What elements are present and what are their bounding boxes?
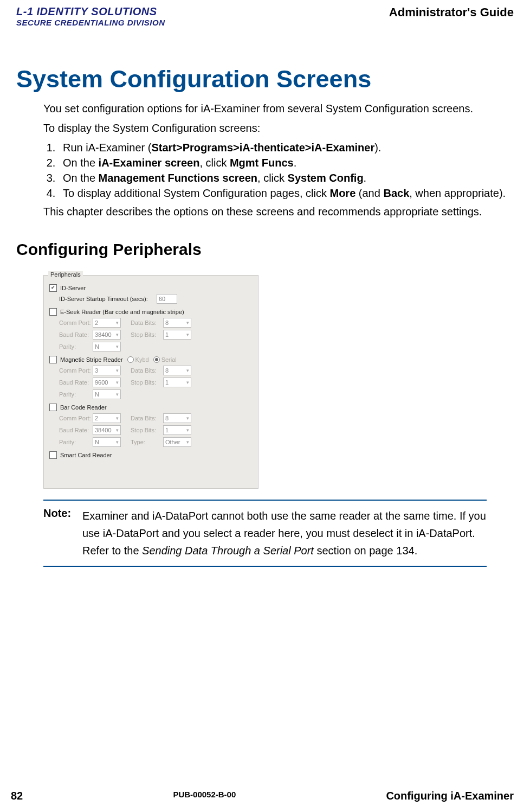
step-4: To display additional System Configurati… xyxy=(59,186,508,200)
chapter-title: System Configuration Screens xyxy=(16,65,514,93)
bc-stopbits-label: Stop Bits: xyxy=(131,427,163,433)
smartcard-label: Smart Card Reader xyxy=(60,452,112,458)
eseek-label: E-Seek Reader (Bar code and magnetic str… xyxy=(60,309,184,315)
kybd-radio[interactable] xyxy=(127,356,134,363)
mag-commport-select[interactable]: 3 xyxy=(93,366,121,375)
bc-parity-select[interactable]: N xyxy=(93,437,121,447)
mag-databits-label: Data Bits: xyxy=(131,367,163,374)
intro-paragraph-2: To display the System Configuration scre… xyxy=(43,121,508,135)
bc-parity-label: Parity: xyxy=(59,439,93,445)
step-3: On the Management Functions screen, clic… xyxy=(59,171,508,185)
note-block: Note: Examiner and iA-DataPort cannot bo… xyxy=(43,500,487,567)
mag-baud-label: Baud Rate: xyxy=(59,379,93,386)
eseek-parity-label: Parity: xyxy=(59,343,93,350)
peripherals-frame-label: Peripherals xyxy=(48,271,83,278)
bc-databits-select[interactable]: 8 xyxy=(163,413,191,423)
eseek-baud-select[interactable]: 38400 xyxy=(93,330,121,340)
eseek-checkbox[interactable] xyxy=(49,308,57,316)
timeout-label: ID-Server Startup Timeout (secs): xyxy=(59,296,157,302)
footer-section: Configuring iA-Examiner xyxy=(386,790,514,802)
logo-block: L-1 IDENTITY SOLUTIONS SECURE CREDENTIAL… xyxy=(16,5,165,27)
barcode-label: Bar Code Reader xyxy=(60,404,107,411)
mag-parity-select[interactable]: N xyxy=(93,389,121,399)
logo-line2: SECURE CREDENTIALING DIVISION xyxy=(16,18,165,27)
serial-radio[interactable] xyxy=(153,356,160,363)
note-label: Note: xyxy=(43,507,82,559)
smartcard-checkbox[interactable] xyxy=(49,451,57,459)
page-footer: 82 PUB-00052-B-00 Configuring iA-Examine… xyxy=(11,790,514,802)
mag-databits-select[interactable]: 8 xyxy=(163,366,191,375)
step-1: Run iA-Examiner (Start>Programs>iA-thent… xyxy=(59,140,508,155)
eseek-commport-select[interactable]: 2 xyxy=(93,318,121,328)
mag-baud-select[interactable]: 9600 xyxy=(93,378,121,387)
bc-stopbits-select[interactable]: 1 xyxy=(163,425,191,435)
logo-line1: L-1 IDENTITY SOLUTIONS xyxy=(16,5,165,18)
magstripe-label: Magnetic Stripe Reader xyxy=(60,356,123,363)
intro-paragraph-1: You set configuration options for iA-Exa… xyxy=(43,101,508,116)
bc-type-select[interactable]: Other xyxy=(163,437,191,447)
bc-databits-label: Data Bits: xyxy=(131,415,163,421)
bc-commport-select[interactable]: 2 xyxy=(93,413,121,423)
mag-commport-label: Comm Port: xyxy=(59,367,93,374)
eseek-parity-select[interactable]: N xyxy=(93,342,121,351)
steps-list: Run iA-Examiner (Start>Programs>iA-thent… xyxy=(43,140,508,200)
note-text: Examiner and iA-DataPort cannot both use… xyxy=(82,507,487,559)
bc-type-label: Type: xyxy=(131,439,163,445)
bc-baud-select[interactable]: 38400 xyxy=(93,425,121,435)
page-header: L-1 IDENTITY SOLUTIONS SECURE CREDENTIAL… xyxy=(0,0,530,27)
mag-stopbits-select[interactable]: 1 xyxy=(163,378,191,387)
mag-stopbits-label: Stop Bits: xyxy=(131,379,163,386)
intro-paragraph-3: This chapter describes the options on th… xyxy=(43,204,508,219)
eseek-baud-label: Baud Rate: xyxy=(59,331,93,338)
page-number: 82 xyxy=(11,790,23,802)
guide-title: Administrator's Guide xyxy=(389,5,514,20)
magstripe-checkbox[interactable] xyxy=(49,356,57,363)
section-title: Configuring Peripherals xyxy=(16,240,514,259)
eseek-databits-select[interactable]: 8 xyxy=(163,318,191,328)
bc-commport-label: Comm Port: xyxy=(59,415,93,421)
idserver-label: ID-Server xyxy=(60,285,86,291)
peripherals-panel: Peripherals ✔ ID-Server ID-Server Startu… xyxy=(43,275,258,489)
serial-label: Serial xyxy=(161,356,177,363)
eseek-stopbits-label: Stop Bits: xyxy=(131,331,163,338)
bc-baud-label: Baud Rate: xyxy=(59,427,93,433)
pub-id: PUB-00052-B-00 xyxy=(173,790,236,802)
kybd-label: Kybd xyxy=(135,356,149,363)
idserver-checkbox[interactable]: ✔ xyxy=(49,284,57,292)
timeout-input[interactable]: 60 xyxy=(157,294,177,304)
eseek-stopbits-select[interactable]: 1 xyxy=(163,330,191,340)
step-2: On the iA-Examiner screen, click Mgmt Fu… xyxy=(59,156,508,170)
eseek-databits-label: Data Bits: xyxy=(131,319,163,326)
eseek-commport-label: Comm Port: xyxy=(59,319,93,326)
barcode-checkbox[interactable] xyxy=(49,404,57,411)
mag-parity-label: Parity: xyxy=(59,391,93,398)
